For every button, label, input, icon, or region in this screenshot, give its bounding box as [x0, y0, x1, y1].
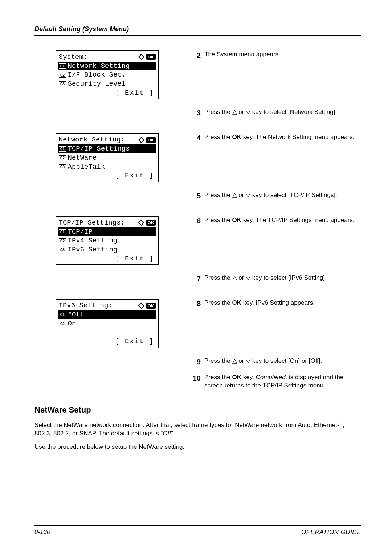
lcd-item: 01TCP/IP Settings	[58, 144, 156, 153]
nav-diamond-icon	[138, 137, 144, 143]
lcd-item: 03AppleTalk	[58, 163, 156, 172]
up-triangle-icon: △	[232, 274, 237, 281]
lcd-network-setting: Network Setting: OK 01TCP/IP Settings 02…	[56, 133, 159, 182]
lcd-title: System:	[59, 53, 88, 62]
header-rule	[34, 35, 361, 36]
body-paragraph: Select the NetWare network connection. A…	[34, 421, 361, 438]
running-header: Default Setting (System Menu)	[34, 25, 361, 33]
svg-marker-3	[139, 303, 144, 308]
step-item: 3Press the △ or ▽ key to select [Network…	[190, 108, 361, 118]
ok-icon: OK	[146, 303, 156, 309]
nav-diamond-icon	[138, 54, 144, 60]
step-item: 2The System menu appears.	[190, 50, 361, 60]
down-triangle-icon: ▽	[246, 357, 250, 364]
step-item: 4Press the OK key. The Network Setting m…	[190, 133, 361, 143]
lcd-item: 02NetWare	[58, 153, 156, 163]
down-triangle-icon: ▽	[246, 274, 250, 281]
step-item: 5Press the △ or ▽ key to select [TCP/IP …	[190, 191, 361, 201]
svg-marker-2	[139, 220, 144, 225]
lcd-title: Network Setting:	[59, 135, 125, 144]
step-item: 10Press the OK key. Completed. is displa…	[190, 373, 361, 390]
lcd-item: 02On	[58, 319, 156, 328]
lcd-system: System: OK 01Network Setting 02I/F Block…	[56, 50, 159, 99]
up-triangle-icon: △	[232, 192, 237, 198]
lcd-title: TCP/IP Settings:	[59, 218, 125, 227]
down-triangle-icon: ▽	[246, 192, 250, 198]
up-triangle-icon: △	[232, 108, 237, 115]
page-number: 8-130	[34, 529, 50, 536]
footer-guide: OPERATION GUIDE	[301, 529, 361, 536]
step-item: 9Press the △ or ▽ key to select [On] or …	[190, 357, 361, 367]
step-item: 7Press the △ or ▽ key to select [IPv6 Se…	[190, 274, 361, 284]
lcd-softkey-exit: [ Exit ]	[58, 89, 156, 98]
ok-icon: OK	[146, 220, 156, 226]
ok-icon: OK	[146, 137, 156, 143]
page: Default Setting (System Menu) System: OK…	[0, 0, 392, 554]
lcd-item: 03Security Level	[58, 79, 156, 89]
lcd-softkey-exit: [ Exit ]	[58, 337, 156, 346]
lcd-item: 03IPv6 Setting	[58, 245, 156, 254]
svg-marker-1	[139, 138, 144, 143]
step-item: 6Press the OK key. The TCP/IP Settings m…	[190, 216, 361, 226]
body-paragraph: Use the procedure below to setup the Net…	[34, 443, 361, 451]
lcd-softkey-exit: [ Exit ]	[58, 171, 156, 180]
lcd-ipv6-setting: IPv6 Setting: OK 01*Off 02On [ Exit ]	[56, 299, 159, 348]
page-footer: 8-130 OPERATION GUIDE	[34, 525, 361, 536]
down-triangle-icon: ▽	[246, 108, 250, 115]
lcd-softkey-exit: [ Exit ]	[58, 254, 156, 263]
step-item: 8Press the OK key. IPv6 Setting appears.	[190, 299, 361, 309]
lcd-item: 01TCP/IP	[58, 227, 156, 237]
nav-diamond-icon	[138, 220, 144, 226]
ok-icon: OK	[146, 54, 156, 60]
lcd-item	[58, 328, 156, 337]
lcd-item: 01Network Setting	[58, 62, 156, 71]
lcd-item: 01*Off	[58, 310, 156, 319]
lcd-item: 02IPv4 Setting	[58, 236, 156, 245]
svg-marker-0	[139, 54, 144, 59]
lcd-title: IPv6 Setting:	[59, 301, 113, 310]
nav-diamond-icon	[138, 303, 144, 309]
lcd-tcpip-settings: TCP/IP Settings: OK 01TCP/IP 02IPv4 Sett…	[56, 216, 159, 265]
up-triangle-icon: △	[232, 357, 237, 364]
section-heading-netware: NetWare Setup	[34, 405, 361, 415]
lcd-item: 02I/F Block Set.	[58, 70, 156, 79]
